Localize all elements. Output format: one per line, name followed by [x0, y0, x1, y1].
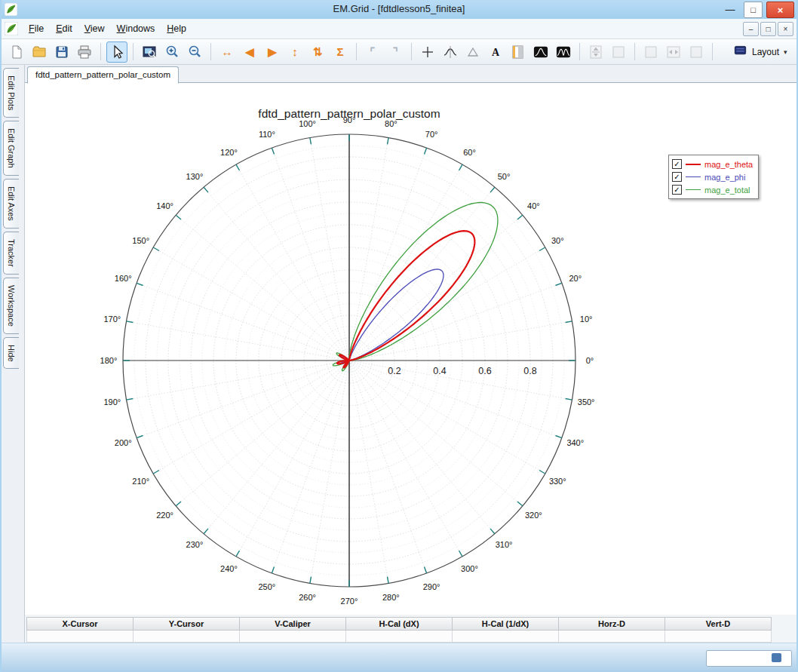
sidebar-tab-hide[interactable]: Hide	[3, 337, 19, 370]
svg-text:0.4: 0.4	[433, 366, 446, 376]
sidebar-tab-workspace[interactable]: Workspace	[3, 278, 19, 334]
chevron-down-icon: ▾	[784, 48, 787, 56]
svg-text:80°: 80°	[385, 119, 397, 128]
zoom-window-icon[interactable]	[139, 41, 160, 63]
curve-style-icon[interactable]	[530, 41, 551, 63]
svg-text:190°: 190°	[103, 397, 121, 407]
open-file-icon[interactable]	[29, 41, 50, 63]
legend-item[interactable]: ✓mag_e_total	[672, 183, 753, 196]
menubar: FileEditViewWindowsHelp –□×	[0, 19, 798, 39]
select-region2-icon[interactable]: ⌝	[385, 41, 406, 63]
mdi-restore-button[interactable]: □	[760, 22, 776, 36]
sidebar-tab-edit-graph[interactable]: Edit Graph	[3, 121, 19, 176]
menu-view[interactable]: View	[78, 20, 111, 37]
select-region-icon[interactable]: ⌜	[362, 41, 383, 63]
expand-horizontal3-icon	[686, 41, 707, 63]
svg-text:250°: 250°	[259, 582, 276, 591]
pointer-tool-icon[interactable]	[106, 41, 127, 63]
checkbox-icon[interactable]: ✓	[672, 185, 682, 195]
pan-vertical-icon[interactable]: ⇅	[307, 41, 328, 63]
legend-label: mag_e_total	[704, 186, 750, 195]
svg-text:0°: 0°	[586, 356, 594, 365]
svg-text:230°: 230°	[186, 540, 204, 549]
status-bar	[0, 643, 798, 672]
document-tabstrip: fdtd_pattern_pattern_polar_custom	[25, 65, 798, 83]
svg-text:0.8: 0.8	[523, 366, 536, 376]
sidebar-tab-edit-axes[interactable]: Edit Axes	[3, 179, 19, 229]
checkbox-icon[interactable]: ✓	[672, 159, 682, 169]
new-file-icon[interactable]	[6, 41, 27, 63]
close-button[interactable]: ×	[766, 2, 794, 18]
document-tab[interactable]: fdtd_pattern_pattern_polar_custom	[27, 66, 179, 84]
svg-text:120°: 120°	[220, 148, 238, 157]
svg-text:140°: 140°	[156, 201, 173, 210]
mini-scrollbar-thumb[interactable]	[772, 653, 781, 662]
fit-height-icon[interactable]: ↕	[284, 41, 305, 63]
sidebar-tab-tracker[interactable]: Tracker	[3, 232, 19, 275]
toolbar-separator	[133, 43, 134, 60]
svg-text:110°: 110°	[259, 130, 275, 139]
pan-right-icon[interactable]: ▶	[262, 41, 283, 63]
svg-text:330°: 330°	[549, 477, 566, 486]
toolbar-separator	[712, 43, 713, 60]
expand-vertical2-icon	[608, 41, 629, 63]
toolbar-separator	[634, 43, 635, 60]
svg-text:290°: 290°	[423, 582, 440, 591]
svg-text:60°: 60°	[463, 148, 476, 157]
zoom-in-icon[interactable]	[161, 41, 183, 63]
svg-text:A: A	[492, 47, 500, 58]
tracker-col-header: Y-Cursor	[133, 617, 239, 631]
tracker-col-header: V-Caliper	[239, 617, 345, 631]
toolbar-separator	[579, 43, 580, 60]
toolbar-separator	[100, 43, 101, 60]
checkbox-icon[interactable]: ✓	[672, 172, 682, 182]
legend-item[interactable]: ✓mag_e_phi	[672, 170, 753, 183]
svg-text:20°: 20°	[569, 274, 582, 283]
caliper-icon[interactable]	[462, 41, 483, 63]
save-icon[interactable]	[51, 41, 72, 63]
menu-help[interactable]: Help	[161, 20, 192, 37]
mdi-close-button[interactable]: ×	[778, 22, 793, 36]
mdi-minimize-button[interactable]: –	[743, 22, 759, 36]
svg-text:40°: 40°	[527, 201, 540, 210]
tracker-cell	[239, 631, 345, 643]
tracker-col-header: X-Cursor	[26, 617, 133, 631]
plot-area[interactable]: 0°10°20°30°40°50°60°70°80°90°100°110°120…	[25, 83, 798, 615]
legend-item[interactable]: ✓mag_e_theta	[672, 158, 753, 170]
minimize-button[interactable]: —	[720, 2, 740, 17]
pan-left-icon[interactable]: ◀	[239, 41, 260, 63]
menu-file[interactable]: File	[23, 20, 50, 37]
tracker-col-header: Vert-D	[664, 617, 772, 631]
toolbar-separator	[356, 43, 357, 60]
sidebar-tab-edit-plots[interactable]: Edit Plots	[3, 68, 19, 118]
legend-line-sample	[686, 164, 701, 165]
split-view-icon[interactable]	[508, 41, 529, 63]
svg-text:160°: 160°	[115, 274, 132, 283]
layout-label: Layout	[752, 47, 779, 57]
zoom-out-icon[interactable]	[184, 41, 205, 63]
layout-dropdown[interactable]: Layout▾	[726, 41, 795, 62]
text-label-icon[interactable]: A	[485, 41, 506, 63]
svg-text:170°: 170°	[103, 315, 121, 324]
svg-text:300°: 300°	[461, 564, 478, 573]
svg-text:340°: 340°	[566, 438, 584, 447]
maximize-button[interactable]: □	[744, 2, 763, 18]
tracker-header-row: X-CursorY-CursorV-CaliperH-Cal (dX)H-Cal…	[26, 617, 772, 631]
tracker-col-header: H-Cal (dX)	[345, 617, 452, 631]
menu-edit[interactable]: Edit	[50, 20, 78, 37]
autoscale-icon[interactable]: Σ	[330, 41, 351, 63]
left-tab-rail: Edit PlotsEdit GraphEdit AxesTrackerWork…	[0, 65, 25, 643]
fit-width-icon[interactable]: ↔	[216, 41, 238, 63]
mini-scrollbar[interactable]	[706, 650, 792, 667]
print-icon[interactable]	[74, 41, 95, 63]
menu-windows[interactable]: Windows	[111, 20, 161, 37]
svg-text:320°: 320°	[525, 511, 542, 520]
titlebar: EM.Grid - [fdtdlesson5_finitea] —□×	[0, 0, 798, 19]
crosshair-icon[interactable]	[417, 41, 438, 63]
tracker-cell	[558, 631, 664, 643]
tracker-value-row	[26, 631, 772, 643]
svg-text:10°: 10°	[580, 315, 593, 324]
curve-style2-icon[interactable]	[553, 41, 574, 63]
tracker-cell	[26, 631, 133, 643]
curve-tracker-icon[interactable]	[440, 41, 461, 63]
